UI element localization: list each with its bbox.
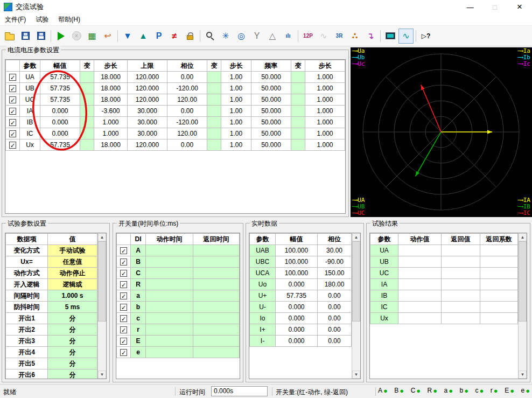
menu-item-2[interactable]: 试验 <box>31 14 53 25</box>
open-button[interactable] <box>2 29 17 44</box>
step-down-button[interactable]: ▼ <box>120 29 135 44</box>
value-cell[interactable]: 1.000 s <box>48 290 97 302</box>
checkbox[interactable]: ✓ <box>120 292 127 299</box>
step-cell[interactable]: 18.000 <box>94 72 128 83</box>
vary-cell[interactable] <box>291 72 305 83</box>
checkbox[interactable]: ✓ <box>9 130 16 137</box>
vector-dots-button[interactable]: ∴ <box>347 29 362 44</box>
step-up-button[interactable]: ▲ <box>136 29 151 44</box>
sequence-button[interactable]: ↴ <box>363 29 378 44</box>
vary-cell[interactable] <box>207 106 221 117</box>
scroll-down-button[interactable]: ▼ <box>98 371 106 379</box>
results-scrollbar[interactable]: ▲ ▼ <box>518 233 527 379</box>
vary-cell[interactable] <box>80 128 94 139</box>
freq-step-cell[interactable]: 1.000 <box>305 72 345 83</box>
frequency-cell[interactable]: 50.000 <box>251 139 291 151</box>
frequency-cell[interactable]: 50.000 <box>251 72 291 83</box>
amplitude-cell[interactable]: 0.000 <box>40 128 80 139</box>
value-cell[interactable]: 分 <box>48 324 97 336</box>
checkbox[interactable]: ✓ <box>120 338 127 345</box>
phase-step-cell[interactable]: 1.00 <box>221 106 251 117</box>
checkbox[interactable]: ✓ <box>9 142 16 149</box>
harmonics-button[interactable]: ılı <box>281 29 296 44</box>
realtime-scrollbar[interactable]: ▲ ▼ <box>352 233 360 379</box>
freq-step-cell[interactable]: 1.000 <box>305 117 345 128</box>
phase-cell[interactable]: 120.00 <box>167 128 207 139</box>
checkbox[interactable]: ✓ <box>9 96 16 103</box>
freq-step-cell[interactable]: 1.000 <box>305 83 345 94</box>
zoom-button[interactable] <box>202 29 218 44</box>
vary-cell[interactable] <box>80 72 94 83</box>
not-equal-button[interactable]: ≠ <box>167 29 182 44</box>
vary-cell[interactable] <box>80 117 94 128</box>
step-cell[interactable]: 1.000 <box>94 128 128 139</box>
phase-cell[interactable]: 0.00 <box>167 72 207 83</box>
scroll-down-button[interactable]: ▼ <box>352 371 360 379</box>
checkbox[interactable]: ✓ <box>120 247 127 254</box>
value-cell[interactable]: 分 <box>48 313 97 324</box>
value-cell[interactable]: 手动试验 <box>48 245 97 256</box>
vary-cell[interactable] <box>80 139 94 151</box>
checkbox[interactable]: ✓ <box>9 119 16 126</box>
checkbox[interactable]: ✓ <box>120 315 127 322</box>
amplitude-cell[interactable]: 57.735 <box>40 94 80 106</box>
upper-limit-cell[interactable]: 30.000 <box>128 117 167 128</box>
value-cell[interactable]: 分 <box>48 358 97 369</box>
fault-wave-button[interactable]: ∿ <box>316 29 331 44</box>
scroll-track[interactable] <box>98 241 106 371</box>
target-button[interactable]: ◎ <box>234 29 249 44</box>
amplitude-cell[interactable]: 57.735 <box>40 139 80 151</box>
scroll-thumb[interactable] <box>98 241 106 322</box>
vary-cell[interactable] <box>207 83 221 94</box>
checkbox[interactable]: ✓ <box>120 326 127 333</box>
waveform-button[interactable]: ∿ <box>398 29 414 44</box>
frequency-cell[interactable]: 50.000 <box>251 117 291 128</box>
vary-cell[interactable] <box>291 83 305 94</box>
scroll-up-button[interactable]: ▲ <box>519 233 527 241</box>
vary-cell[interactable] <box>207 72 221 83</box>
close-button[interactable]: × <box>507 0 532 14</box>
checkbox[interactable]: ✓ <box>9 85 16 92</box>
phase-cell[interactable]: -120.00 <box>167 83 207 94</box>
phase-cell[interactable]: 0.00 <box>167 106 207 117</box>
vary-cell[interactable] <box>80 94 94 106</box>
value-cell[interactable]: 5 ms <box>48 302 97 313</box>
phase-p-button[interactable]: P <box>151 29 166 44</box>
step-cell[interactable]: 18.000 <box>94 94 128 106</box>
upper-limit-cell[interactable]: 30.000 <box>128 106 167 117</box>
freq-step-cell[interactable]: 1.000 <box>305 106 345 117</box>
checkbox[interactable]: ✓ <box>120 281 127 288</box>
vary-cell[interactable] <box>291 94 305 106</box>
delta-connection-button[interactable]: △ <box>265 29 280 44</box>
checkbox[interactable]: ✓ <box>120 349 127 356</box>
test-params-scrollbar[interactable]: ▲ ▼ <box>97 233 106 379</box>
value-cell[interactable]: 任意值 <box>48 256 97 268</box>
phase-step-cell[interactable]: 1.00 <box>221 94 251 106</box>
step-cell[interactable]: 18.000 <box>94 139 128 151</box>
vary-cell[interactable] <box>207 94 221 106</box>
lock-button[interactable] <box>183 29 198 44</box>
vary-cell[interactable] <box>80 83 94 94</box>
checkbox[interactable]: ✓ <box>120 304 127 311</box>
vary-cell[interactable] <box>291 117 305 128</box>
phase-step-cell[interactable]: 1.00 <box>221 139 251 151</box>
scroll-thumb[interactable] <box>519 241 527 322</box>
value-cell[interactable]: 分 <box>48 369 97 380</box>
amplitude-cell[interactable]: 57.735 <box>40 72 80 83</box>
frequency-cell[interactable]: 50.000 <box>251 94 291 106</box>
upper-limit-cell[interactable]: 120.000 <box>128 83 167 94</box>
value-cell[interactable]: 动作停止 <box>48 268 97 279</box>
vary-cell[interactable] <box>80 106 94 117</box>
phase-step-cell[interactable]: 1.00 <box>221 83 251 94</box>
step-cell[interactable]: -3.600 <box>94 106 128 117</box>
vary-cell[interactable] <box>207 117 221 128</box>
vary-cell[interactable] <box>207 139 221 151</box>
wye-connection-button[interactable]: Y <box>249 29 264 44</box>
save-report-button[interactable] <box>33 29 48 44</box>
scroll-down-button[interactable]: ▼ <box>519 371 527 379</box>
freq-step-cell[interactable]: 1.000 <box>305 139 345 151</box>
scroll-up-button[interactable]: ▲ <box>98 233 106 241</box>
phase-cell[interactable]: 0.00 <box>167 139 207 151</box>
maximize-button[interactable]: □ <box>482 0 507 14</box>
freq-step-cell[interactable]: 1.000 <box>305 94 345 106</box>
